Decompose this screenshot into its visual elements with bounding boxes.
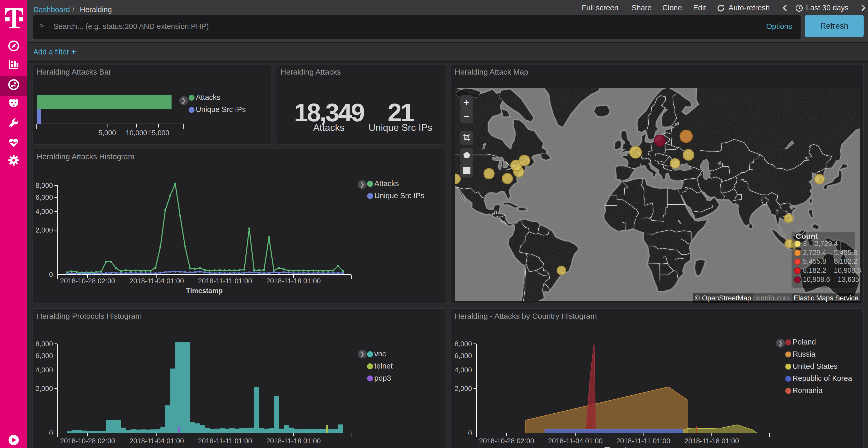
svg-text:2018-11-04 01:00: 2018-11-04 01:00 <box>129 437 184 445</box>
svg-text:4,000: 4,000 <box>455 366 472 374</box>
svg-text:4,000: 4,000 <box>35 208 53 215</box>
svg-text:5,000: 5,000 <box>98 129 116 137</box>
svg-text:4,000: 4,000 <box>35 366 53 374</box>
svg-text:2018-11-11 01:00: 2018-11-11 01:00 <box>616 437 670 445</box>
svg-text:0: 0 <box>468 429 472 437</box>
svg-text:Timestamp: Timestamp <box>186 447 223 448</box>
svg-text:2,000: 2,000 <box>35 226 53 234</box>
svg-text:6,000: 6,000 <box>455 352 472 360</box>
svg-text:2018-11-11 01:00: 2018-11-11 01:00 <box>198 277 252 285</box>
svg-text:2018-11-18 01:00: 2018-11-18 01:00 <box>266 277 320 285</box>
svg-text:2018-11-04 01:00: 2018-11-04 01:00 <box>129 277 184 285</box>
svg-text:2018-11-11 01:00: 2018-11-11 01:00 <box>198 437 252 445</box>
svg-text:8,000: 8,000 <box>455 340 472 348</box>
svg-text:15,000: 15,000 <box>148 129 169 137</box>
svg-text:6,000: 6,000 <box>35 194 53 201</box>
svg-text:2018-10-28 02:00: 2018-10-28 02:00 <box>479 437 534 445</box>
svg-text:2,000: 2,000 <box>455 385 472 392</box>
svg-text:8,000: 8,000 <box>35 340 53 348</box>
svg-text:2018-11-04 01:00: 2018-11-04 01:00 <box>548 437 602 445</box>
svg-text:10,000: 10,000 <box>126 129 147 137</box>
svg-text:0: 0 <box>49 271 53 278</box>
svg-text:2018-10-28 02:00: 2018-10-28 02:00 <box>60 277 115 285</box>
svg-text:Timestamp: Timestamp <box>186 287 223 295</box>
svg-text:2018-10-28 02:00: 2018-10-28 02:00 <box>60 437 115 445</box>
svg-text:2018-11-18 01:00: 2018-11-18 01:00 <box>266 437 320 445</box>
svg-text:2,000: 2,000 <box>35 385 53 392</box>
svg-text:2018-11-18 01:00: 2018-11-18 01:00 <box>684 437 739 445</box>
svg-text:Timestamp: Timestamp <box>604 446 641 448</box>
svg-text:6,000: 6,000 <box>35 352 53 360</box>
svg-text:0: 0 <box>49 429 53 437</box>
svg-text:8,000: 8,000 <box>35 182 53 189</box>
